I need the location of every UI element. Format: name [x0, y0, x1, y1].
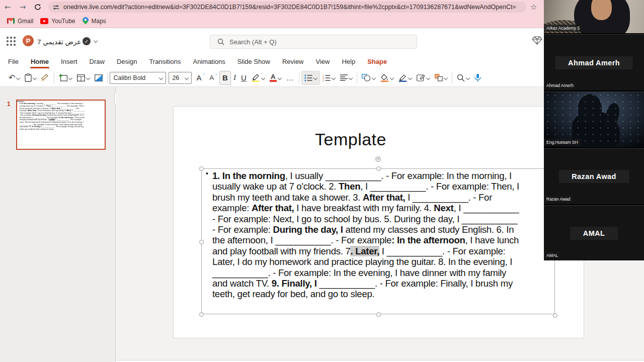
slide-text[interactable]: 1. In the morning, I usually ___________…: [202, 170, 584, 300]
slide-title[interactable]: Template: [200, 130, 502, 153]
new-slide-icon: [59, 74, 67, 81]
tab-review[interactable]: Review: [282, 56, 304, 67]
text-line-11[interactable]: and watch TV. 9. Finally, I ___________.…: [202, 278, 584, 289]
rotate-handle[interactable]: ⟳: [375, 156, 381, 162]
more-font-options-button[interactable]: …: [284, 71, 297, 85]
resize-handle-bottom-left[interactable]: [199, 312, 204, 317]
back-icon[interactable]: ←: [0, 3, 15, 12]
resize-handle-middle-left[interactable]: [199, 240, 204, 244]
text-line-12[interactable]: teeth, get ready for bed, and go to slee…: [202, 289, 584, 299]
text-line-8[interactable]: and play football with my friends. 7. La…: [202, 246, 584, 256]
find-button[interactable]: [454, 71, 472, 85]
bullets-button[interactable]: [301, 71, 320, 85]
tab-insert[interactable]: Insert: [60, 56, 78, 67]
undo-button[interactable]: ↶: [6, 71, 22, 85]
resize-handle-top-left[interactable]: [199, 166, 204, 171]
document-title[interactable]: عرض تقديمي 7: [37, 38, 81, 46]
format-shape-button[interactable]: [414, 71, 432, 85]
numbering-button[interactable]: 123: [320, 71, 338, 85]
tab-shape[interactable]: Shape: [367, 56, 387, 67]
maps-icon: [83, 17, 89, 25]
shape-outline-button[interactable]: [396, 71, 414, 85]
resize-handle-bottom-center[interactable]: [376, 312, 381, 317]
site-settings-icon[interactable]: [48, 4, 63, 11]
grow-font-button[interactable]: Aˆ: [194, 71, 207, 85]
powerpoint-logo-icon[interactable]: P: [23, 35, 34, 46]
participant-display-name: Razan Awad: [558, 170, 629, 183]
outline-pen-icon: [398, 74, 407, 82]
resize-handle-bottom-right[interactable]: [553, 313, 557, 318]
dictate-button[interactable]: [472, 71, 484, 85]
participant-tile-amal[interactable]: AMALAMAL: [544, 205, 644, 260]
bookmark-star-icon[interactable]: ☆: [530, 3, 537, 12]
slide-text[interactable]: 1. In the morning, I usually ___________…: [17, 103, 85, 130]
slide-textbox[interactable]: • 1. In the morning, I usually _________…: [201, 168, 555, 314]
bookmark-gmail[interactable]: Gmail: [7, 18, 33, 25]
text-line-12[interactable]: teeth, get ready for bed, and go to slee…: [17, 128, 85, 130]
new-slide-button[interactable]: [56, 71, 74, 85]
forward-icon[interactable]: →: [15, 3, 30, 12]
undo-icon: ↶: [9, 73, 15, 82]
bullet-marker: •: [17, 101, 18, 103]
font-name-select[interactable]: Calibri Bold: [110, 72, 166, 84]
bookmark-youtube[interactable]: YouTube: [40, 18, 75, 25]
reload-icon[interactable]: [30, 4, 45, 11]
shape-fill-button[interactable]: [378, 71, 396, 85]
italic-button[interactable]: I: [231, 71, 238, 85]
url-bar[interactable]: onedrive.live.com/edit?action=editnew&id…: [48, 2, 526, 13]
tab-transitions[interactable]: Transitions: [148, 56, 181, 67]
text-line-6[interactable]: - For example: During the day, I attend …: [202, 224, 584, 235]
participant-tile-ahmad-amerh[interactable]: Ahmad AmerhAhmad Amerh: [544, 34, 644, 90]
font-size-select[interactable]: 26: [169, 72, 192, 84]
shrink-font-button[interactable]: Aˇ: [207, 71, 219, 85]
highlight-button[interactable]: [249, 71, 267, 85]
designer-button[interactable]: [92, 71, 105, 85]
tab-file[interactable]: File: [8, 56, 19, 67]
format-painter-button[interactable]: [39, 71, 52, 85]
participant-name-label: AMAL: [544, 252, 560, 259]
tab-view[interactable]: View: [315, 56, 331, 67]
search-input[interactable]: Search (Alt + Q): [210, 35, 417, 49]
tab-slide-show[interactable]: Slide Show: [237, 56, 271, 67]
app-launcher-icon[interactable]: [7, 37, 16, 46]
shapes-button[interactable]: [359, 71, 378, 85]
text-line-5[interactable]: - For example: Next, I go to school by b…: [202, 214, 584, 224]
tab-home[interactable]: Home: [30, 56, 49, 67]
format-shape-icon: [417, 74, 425, 81]
arrange-button[interactable]: [432, 71, 450, 85]
tab-help[interactable]: Help: [341, 56, 356, 67]
align-button[interactable]: [338, 71, 355, 85]
slide[interactable]: Template • 1. In the morning, I usually …: [174, 107, 584, 338]
text-line-3[interactable]: brush my teeth and take a shower. 3. Aft…: [202, 192, 584, 203]
tab-draw[interactable]: Draw: [89, 56, 105, 67]
text-line-7[interactable]: the afternoon, I ___________. - For exam…: [202, 235, 584, 245]
save-status-icon[interactable]: ✓: [83, 37, 91, 45]
bookmark-maps[interactable]: Maps: [83, 17, 106, 25]
tab-design[interactable]: Design: [116, 56, 137, 67]
text-line-2[interactable]: usually wake up at 7 o'clock. 2. Then, I…: [202, 181, 584, 192]
text-line-9[interactable]: Later, I do my homework and practice pla…: [202, 256, 584, 267]
participant-display-name: AMAL: [570, 227, 618, 240]
participant-display-name: Ahmad Amerh: [555, 56, 633, 69]
underline-button[interactable]: U: [238, 71, 249, 85]
participant-tile-arkaz-academy-5[interactable]: Arkaz Academy 5: [544, 0, 644, 33]
tab-animations[interactable]: Animations: [193, 56, 226, 67]
paste-button[interactable]: [22, 71, 39, 85]
participant-tile-razan-awad[interactable]: Razan AwadRazan Awad: [544, 148, 644, 204]
layout-icon: [77, 74, 85, 81]
title-chevron-icon[interactable]: [94, 39, 98, 43]
participant-tile-eng-hussam-sh[interactable]: Eng.Hussam SH: [544, 92, 644, 147]
microphone-icon: [474, 73, 481, 82]
slide-thumbnail[interactable]: Template • 1. In the morning, I usually …: [16, 100, 106, 150]
text-line-10[interactable]: ___________. - For example: In the eveni…: [202, 267, 584, 278]
fill-bucket-icon: [380, 74, 389, 82]
text-line-4[interactable]: example: After that, I have breakfast wi…: [202, 203, 584, 213]
text-line-1[interactable]: 1. In the morning, I usually ___________…: [202, 170, 584, 181]
premium-diamond-icon[interactable]: [532, 36, 542, 45]
slide-textbox[interactable]: • 1. In the morning, I usually _________…: [17, 101, 85, 130]
resize-handle-top-center[interactable]: [376, 166, 381, 171]
font-color-button[interactable]: A: [267, 71, 284, 85]
search-icon: [217, 38, 224, 45]
bold-button[interactable]: B: [219, 71, 231, 85]
layout-button[interactable]: [74, 71, 92, 85]
